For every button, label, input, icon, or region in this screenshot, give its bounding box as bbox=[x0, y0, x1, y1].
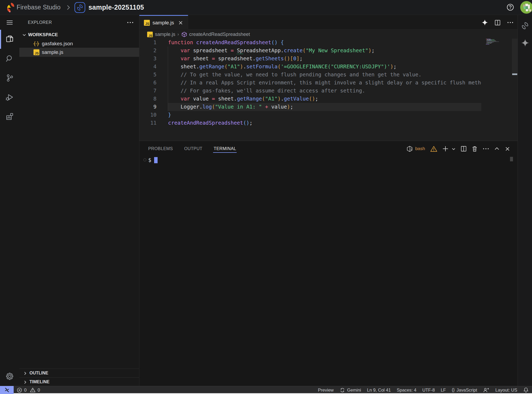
code-line[interactable]: function createAndReadSpreadsheet() { bbox=[168, 39, 481, 47]
error-count: 0 bbox=[24, 388, 27, 393]
line-number: 5 bbox=[139, 71, 157, 79]
remote-indicator[interactable] bbox=[0, 386, 14, 394]
code-line[interactable]: // In a real Apps Script environment, th… bbox=[168, 79, 481, 87]
line-number: 9 bbox=[139, 103, 157, 111]
minimap-line bbox=[491, 43, 491, 43]
new-terminal-icon[interactable] bbox=[442, 145, 449, 152]
product-name[interactable]: Firebase Studio bbox=[17, 4, 61, 11]
maximize-panel-icon[interactable] bbox=[494, 146, 500, 152]
panel-actions: $ bash bbox=[406, 141, 511, 157]
bottom-panel: PROBLEMS OUTPUT TERMINAL $ bash bbox=[139, 141, 518, 386]
sidebar-item-extensions[interactable] bbox=[0, 107, 19, 126]
breadcrumb-file[interactable]: sample.js bbox=[155, 32, 175, 37]
terminal-scrollbar-thumb[interactable] bbox=[510, 157, 513, 161]
editor-group: JS sample.js JS sample.js › bbox=[139, 15, 518, 141]
json-file-icon bbox=[33, 41, 39, 47]
status-indentation[interactable]: Spaces: 4 bbox=[394, 386, 419, 394]
line-number: 2 bbox=[139, 47, 157, 55]
sidebar-item-explorer[interactable] bbox=[0, 29, 19, 49]
section-outline[interactable]: OUTLINE bbox=[19, 369, 139, 377]
status-eol[interactable]: LF bbox=[438, 386, 449, 394]
more-actions-icon[interactable] bbox=[482, 145, 489, 152]
symbol-cube-icon bbox=[181, 31, 187, 38]
status-encoding[interactable]: UTF-8 bbox=[419, 386, 438, 394]
line-number: 11 bbox=[139, 119, 157, 127]
tab-terminal[interactable]: TERMINAL bbox=[214, 141, 236, 157]
minimap[interactable] bbox=[484, 39, 512, 141]
title-bar: Firebase Studio sample-20251105 bbox=[0, 0, 532, 15]
breadcrumb-symbol[interactable]: createAndReadSpreadsheet bbox=[189, 32, 250, 37]
activity-bar bbox=[0, 15, 19, 386]
minimap-line bbox=[492, 39, 494, 40]
menu-icon[interactable] bbox=[0, 15, 19, 30]
tab-problems[interactable]: PROBLEMS bbox=[148, 141, 173, 157]
user-avatar[interactable] bbox=[520, 1, 532, 14]
command-decoration-icon[interactable] bbox=[143, 158, 146, 161]
code-line[interactable]: } bbox=[168, 111, 481, 119]
status-cursor-position[interactable]: Ln 9, Col 41 bbox=[364, 386, 394, 394]
scrollbar-thumb[interactable] bbox=[512, 39, 518, 74]
chevron-down-icon[interactable] bbox=[451, 147, 456, 151]
editor-scrollbar[interactable] bbox=[512, 39, 518, 141]
status-language[interactable]: {} JavaScript bbox=[449, 386, 480, 394]
breadcrumb-separator-icon bbox=[66, 5, 70, 10]
js-file-icon: JS bbox=[147, 32, 153, 37]
gemini-sparkle-icon[interactable] bbox=[521, 39, 530, 47]
tree-item-workspace[interactable]: WORKSPACE bbox=[19, 30, 139, 39]
chevron-right-icon bbox=[23, 371, 27, 376]
sidebar-item-search[interactable] bbox=[0, 49, 19, 68]
status-feedback[interactable] bbox=[480, 386, 492, 394]
tab-label: sample.js bbox=[152, 20, 174, 26]
svg-text:$: $ bbox=[410, 148, 412, 150]
code-line[interactable]: Logger.log("Value in A1: " + value); bbox=[168, 103, 481, 111]
code-line[interactable]: // For gas-fakes, we'll assume direct ac… bbox=[168, 87, 481, 95]
bash-terminal-icon: $ bbox=[406, 146, 413, 152]
tree-item-gasfakes-json[interactable]: gasfakes.json bbox=[19, 39, 139, 48]
more-actions-icon[interactable] bbox=[507, 19, 514, 26]
code-editor[interactable]: function createAndReadSpreadsheet() { va… bbox=[139, 39, 518, 141]
explorer-more-actions-icon[interactable] bbox=[127, 19, 135, 26]
sidebar-item-run-debug[interactable] bbox=[0, 88, 19, 107]
project-icon[interactable] bbox=[75, 2, 85, 13]
tab-sample-js[interactable]: JS sample.js bbox=[139, 15, 188, 30]
terminal-cursor bbox=[154, 157, 158, 163]
status-preview[interactable]: Preview bbox=[315, 386, 337, 394]
code-line[interactable]: createAndReadSpreadsheet(); bbox=[168, 119, 481, 127]
problems-status[interactable]: 0 0 bbox=[17, 386, 40, 394]
warning-icon[interactable] bbox=[430, 146, 437, 152]
settings-gear-icon[interactable] bbox=[0, 367, 19, 386]
shell-selector[interactable]: $ bash bbox=[406, 146, 425, 152]
section-timeline[interactable]: TIMELINE bbox=[19, 377, 139, 386]
close-tab-icon[interactable] bbox=[178, 20, 184, 26]
gemini-sparkle-icon[interactable] bbox=[481, 19, 488, 26]
errors-icon bbox=[17, 387, 22, 393]
code-line[interactable]: sheet.getRange("A1").setFormula('=GOOGLE… bbox=[168, 63, 481, 71]
terminal-prompt[interactable]: $ bbox=[148, 156, 151, 164]
code-line[interactable]: var sheet = spreadsheet.getSheets()[0]; bbox=[168, 55, 481, 63]
outline-label: OUTLINE bbox=[29, 371, 48, 376]
trash-icon[interactable] bbox=[471, 146, 478, 152]
close-panel-icon[interactable] bbox=[504, 146, 511, 152]
sidebar-item-source-control[interactable] bbox=[0, 68, 19, 88]
status-gemini[interactable]: Gemini bbox=[337, 386, 364, 394]
sidebar-header: EXPLORER bbox=[19, 15, 139, 30]
code-line[interactable]: var spreadsheet = SpreadsheetApp.create(… bbox=[168, 47, 481, 55]
tree-item-sample-js[interactable]: JS sample.js bbox=[19, 48, 139, 57]
code-line[interactable]: var value = sheet.getRange("A1").getValu… bbox=[168, 95, 481, 103]
minimap-line bbox=[489, 44, 489, 44]
notifications-bell[interactable] bbox=[520, 386, 530, 394]
chevron-right-icon bbox=[23, 380, 27, 384]
right-sidebar bbox=[518, 15, 532, 386]
split-editor-icon[interactable] bbox=[494, 19, 501, 26]
firebase-studio-icon[interactable] bbox=[521, 21, 529, 30]
tab-output[interactable]: OUTPUT bbox=[184, 141, 202, 157]
project-name[interactable]: sample-20251105 bbox=[88, 3, 144, 11]
help-icon[interactable] bbox=[507, 3, 514, 11]
split-terminal-icon[interactable] bbox=[460, 146, 467, 152]
status-layout[interactable]: Layout: US bbox=[492, 386, 520, 394]
chevron-right-icon: › bbox=[177, 32, 179, 37]
code-line[interactable]: // To get the value, we need to flush pe… bbox=[168, 71, 481, 79]
file-name: sample.js bbox=[42, 49, 63, 55]
firebase-studio-window: Firebase Studio sample-20251105 bbox=[0, 0, 532, 394]
explorer-sidebar: EXPLORER WORKSPACE gasfakes.json bbox=[19, 15, 139, 386]
